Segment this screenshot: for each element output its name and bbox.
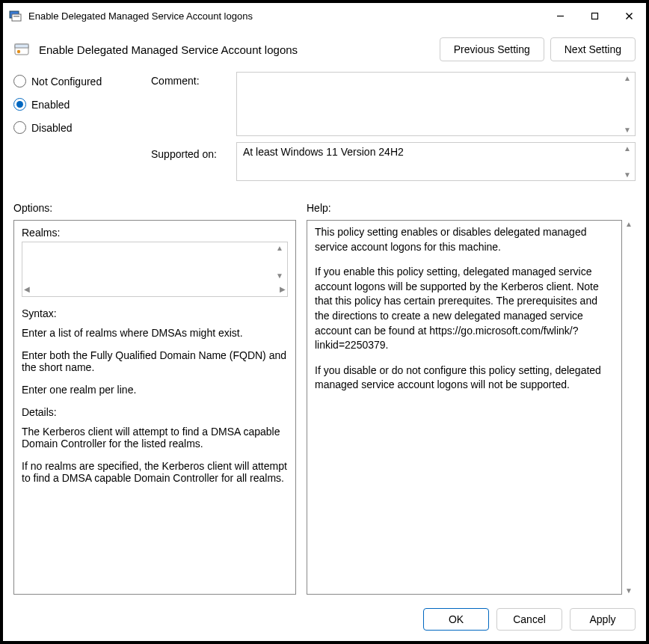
options-text: Enter one realm per line. [22, 384, 288, 396]
radio-label: Enabled [31, 99, 70, 111]
radio-icon [13, 75, 26, 88]
comment-label: Comment: [151, 72, 233, 87]
help-heading: Help: [307, 202, 331, 214]
svg-rect-2 [13, 16, 19, 17]
help-text: If you disable or do not configure this … [315, 364, 614, 393]
details-heading: Details: [22, 406, 288, 418]
window-title: Enable Delegated Managed Service Account… [28, 10, 253, 22]
radio-label: Not Configured [31, 76, 102, 88]
svg-rect-1 [12, 14, 21, 21]
options-pane: Realms: ▲▼ ◀▶ Syntax: Enter a list of re… [13, 220, 296, 595]
radio-icon [13, 121, 26, 134]
help-scrollbar[interactable]: ▲▼ [622, 220, 636, 595]
chevron-left-icon: ◀ [24, 285, 30, 293]
scroll-arrows[interactable]: ▲▼ [621, 74, 633, 134]
policy-app-icon [9, 9, 22, 22]
options-text: If no realms are specified, the Kerberos… [22, 460, 288, 484]
chevron-down-icon: ▼ [624, 126, 631, 134]
chevron-down-icon: ▼ [624, 171, 631, 179]
comment-input[interactable]: ▲▼ [236, 72, 636, 136]
scroll-arrows[interactable]: ▲▼ [274, 244, 286, 280]
chevron-down-icon: ▼ [625, 586, 633, 595]
maximize-button[interactable] [577, 3, 612, 28]
policy-icon [13, 41, 30, 58]
realms-input[interactable]: ▲▼ ◀▶ [22, 242, 288, 297]
options-heading: Options: [13, 202, 296, 214]
help-text: This policy setting enables or disables … [315, 225, 614, 254]
chevron-up-icon: ▲ [276, 244, 283, 252]
previous-setting-button[interactable]: Previous Setting [440, 37, 544, 61]
chevron-right-icon: ▶ [280, 285, 286, 293]
chevron-up-icon: ▲ [624, 74, 631, 82]
radio-icon [13, 98, 26, 111]
window-controls [543, 3, 646, 28]
radio-not-configured[interactable]: Not Configured [13, 75, 148, 88]
dialog-footer: OK Cancel Apply [3, 605, 646, 641]
header-row: Enable Delegated Managed Service Account… [3, 28, 646, 72]
radio-enabled[interactable]: Enabled [13, 98, 148, 111]
supported-on-label: Supported on: [151, 145, 233, 160]
minimize-button[interactable] [543, 3, 577, 28]
policy-title: Enable Delegated Managed Service Account… [39, 43, 431, 56]
supported-on-field: At least Windows 11 Version 24H2 ▲▼ [236, 142, 636, 181]
realms-label: Realms: [22, 227, 288, 239]
help-text: If you enable this policy setting, deleg… [315, 265, 614, 353]
next-setting-button[interactable]: Next Setting [550, 37, 636, 61]
syntax-heading: Syntax: [22, 307, 288, 319]
apply-button[interactable]: Apply [570, 608, 636, 631]
options-text: The Kerberos client will attempt to find… [22, 426, 288, 450]
ok-button[interactable]: OK [423, 608, 489, 631]
radio-disabled[interactable]: Disabled [13, 121, 148, 134]
svg-rect-8 [15, 44, 28, 48]
title-bar: Enable Delegated Managed Service Account… [3, 3, 646, 28]
dialog-window: Enable Delegated Managed Service Account… [3, 3, 646, 641]
svg-point-9 [17, 50, 20, 53]
chevron-up-icon: ▲ [624, 144, 631, 153]
hscroll-arrows[interactable]: ◀▶ [24, 283, 286, 295]
chevron-down-icon: ▼ [276, 272, 283, 280]
help-pane: This policy setting enables or disables … [307, 220, 622, 595]
svg-rect-4 [591, 13, 597, 19]
scroll-arrows[interactable]: ▲▼ [621, 144, 633, 179]
close-button[interactable] [612, 3, 646, 28]
options-text: Enter a list of realms where DMSAs might… [22, 327, 288, 339]
radio-label: Disabled [31, 122, 72, 134]
options-text: Enter both the Fully Qualified Domain Na… [22, 349, 288, 373]
chevron-up-icon: ▲ [625, 220, 633, 228]
cancel-button[interactable]: Cancel [496, 608, 562, 631]
